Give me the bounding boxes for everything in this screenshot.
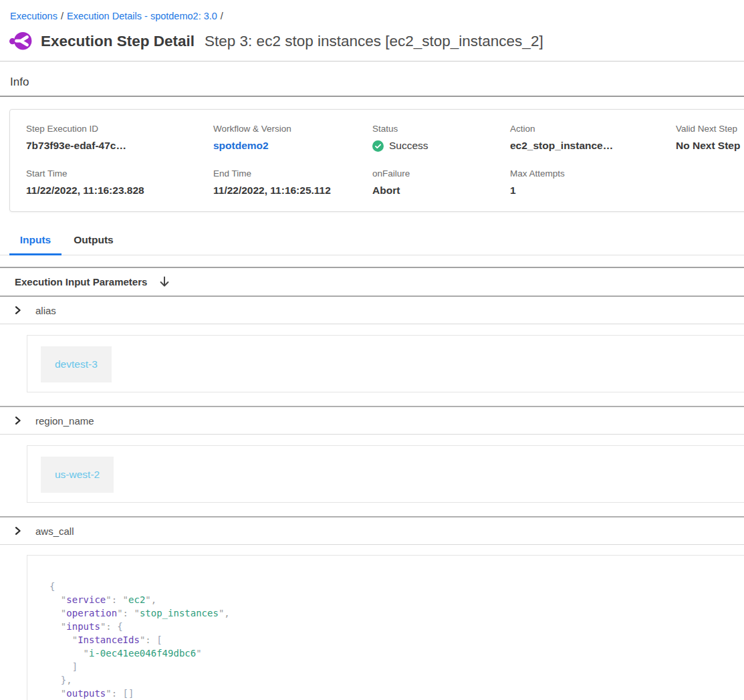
field-end-time: End Time 11/22/2022, 11:16:25.112 [213,168,372,197]
breadcrumb-link-execution-details[interactable]: Execution Details - spotdemo2: 3.0 [67,11,217,21]
field-label: Step Execution ID [26,124,213,134]
param-row-alias[interactable]: alias [0,297,744,324]
info-divider [0,96,744,97]
tab-outputs[interactable]: Outputs [70,230,117,255]
success-check-icon [372,140,384,152]
field-valid-next-step: Valid Next Step No Next Step [676,124,744,152]
field-status: Status Success [372,124,510,152]
field-onfailure: onFailure Abort [372,168,510,197]
field-label: Workflow & Version [213,124,372,134]
param-group-alias: alias devtest-3 [0,297,744,392]
field-label: Max Attempts [510,168,676,179]
field-max-attempts: Max Attempts 1 [510,168,676,197]
field-start-time: Start Time 11/22/2022, 11:16:23.828 [26,168,213,197]
chevron-right-icon [13,526,22,536]
field-workflow-version: Workflow & Version spotdemo2 [213,124,372,152]
param-row-region-name[interactable]: region_name [0,407,744,435]
title-divider [0,61,744,62]
field-label: Status [372,124,510,134]
field-value: No Next Step [676,140,744,152]
json-code: { "service": "ec2", "operation": "stop_i… [49,580,744,700]
param-name: aws_call [35,526,74,537]
down-arrow-icon[interactable] [158,275,170,288]
chevron-right-icon [13,416,22,425]
page-title-row: Execution Step Detail Step 3: ec2 stop i… [9,31,744,51]
status-badge: Success [372,140,510,152]
page-subtitle: Step 3: ec2 stop instances [ec2_stop_ins… [205,33,543,50]
param-name: region_name [35,415,94,427]
field-value: 11/22/2022, 11:16:23.828 [26,185,213,197]
field-label: Start Time [26,168,213,179]
field-label: Valid Next Step [676,124,744,134]
tab-inputs[interactable]: Inputs [9,230,61,255]
param-code-panel: { "service": "ec2", "operation": "stop_i… [27,555,744,700]
breadcrumb-separator: / [57,11,67,21]
field-value: 7b73f93e-edaf-47c… [26,140,213,152]
info-section-heading: Info [10,76,744,89]
param-group-aws-call: aws_call { "service": "ec2", "operation"… [0,516,744,700]
param-value-chip: us-west-2 [41,457,114,493]
field-label: Action [510,124,676,134]
param-group-region-name: region_name us-west-2 [0,406,744,503]
chevron-right-icon [13,306,22,315]
workflow-brand-icon [9,31,32,51]
workflow-link[interactable]: spotdemo2 [213,140,372,152]
page-title: Execution Step Detail [41,33,195,50]
step-info-card: Step Execution ID 7b73f93e-edaf-47c… Wor… [9,109,744,212]
field-value: Abort [372,185,510,197]
field-value: 1 [510,185,676,197]
tab-bar: Inputs Outputs [0,230,744,255]
param-value-chip: devtest-3 [41,346,112,382]
status-text: Success [389,140,428,152]
breadcrumb-link-executions[interactable]: Executions [10,11,57,21]
param-row-aws-call[interactable]: aws_call [0,517,744,545]
field-step-execution-id: Step Execution ID 7b73f93e-edaf-47c… [26,124,213,152]
field-label: End Time [213,168,372,179]
breadcrumb: Executions/Execution Details - spotdemo2… [0,0,744,21]
param-value-panel: devtest-3 [27,335,744,392]
param-value-panel: us-west-2 [27,445,744,503]
breadcrumb-separator: / [217,11,227,21]
param-name: alias [35,305,56,316]
field-label: onFailure [372,168,510,179]
field-value: ec2_stop_instance… [510,140,676,152]
field-action: Action ec2_stop_instance… [510,124,676,152]
execution-input-parameters-header: Execution Input Parameters [0,268,744,297]
field-value: 11/22/2022, 11:16:25.112 [213,185,372,197]
params-header-label: Execution Input Parameters [15,276,147,287]
